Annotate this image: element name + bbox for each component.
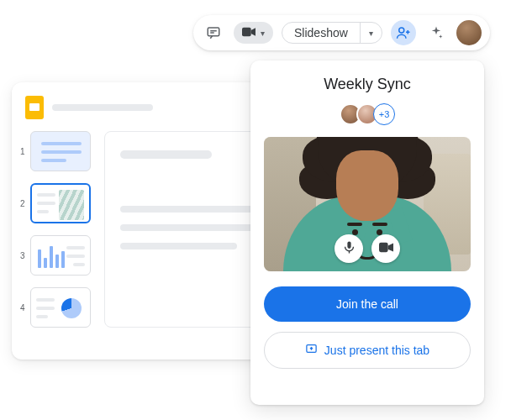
slide-thumbnail-row[interactable]: 3: [20, 235, 91, 276]
canvas-title-placeholder: [120, 150, 212, 159]
slide-thumbnail-4[interactable]: [30, 287, 91, 328]
svg-point-2: [399, 28, 404, 33]
camera-icon: [242, 25, 256, 40]
slide-thumbnail-1[interactable]: [30, 131, 91, 171]
slide-number: 4: [20, 303, 25, 312]
account-avatar[interactable]: [456, 20, 482, 45]
svg-rect-0: [208, 28, 219, 36]
slide-thumbnail-2[interactable]: [30, 183, 91, 223]
attendee-avatars: +3: [340, 103, 395, 125]
canvas-text-placeholder: [120, 243, 237, 249]
join-call-button[interactable]: Join the call: [264, 286, 471, 322]
meeting-title: Weekly Sync: [324, 76, 411, 93]
meet-camera-dropdown[interactable]: ▾: [234, 22, 273, 44]
present-this-tab-button[interactable]: Just present this tab: [264, 332, 471, 369]
comment-icon[interactable]: [202, 21, 225, 45]
slide-number: 3: [20, 251, 25, 260]
self-video-preview: [264, 137, 471, 271]
slide-thumbnail-3[interactable]: [30, 235, 91, 276]
attendee-overflow-count[interactable]: +3: [373, 103, 395, 125]
meet-side-panel: Weekly Sync +3: [250, 60, 484, 405]
microphone-icon: [342, 240, 356, 258]
slideshow-split-button: Slideshow ▾: [282, 22, 382, 44]
slide-thumbnail-row[interactable]: 1: [20, 131, 91, 171]
present-tab-icon: [305, 343, 318, 358]
chevron-down-icon: ▾: [261, 29, 265, 38]
svg-rect-4: [379, 242, 388, 251]
share-button[interactable]: [391, 20, 416, 45]
camera-icon: [379, 240, 393, 258]
slides-toolbar: ▾ Slideshow ▾: [193, 15, 490, 50]
slideshow-options-button[interactable]: ▾: [360, 23, 382, 43]
chevron-down-icon: ▾: [369, 29, 373, 38]
presentation-title-placeholder: [52, 104, 153, 111]
svg-rect-3: [347, 241, 350, 249]
svg-rect-1: [242, 28, 251, 37]
ai-sparkle-icon[interactable]: [424, 21, 448, 45]
slide-thumbnail-row[interactable]: 4: [20, 287, 91, 328]
slide-thumbnail-row[interactable]: 2: [20, 183, 91, 223]
present-this-tab-label: Just present this tab: [324, 344, 429, 357]
slide-thumbnail-list: 1 2 3: [20, 131, 91, 328]
slide-number: 2: [20, 199, 25, 208]
slideshow-button[interactable]: Slideshow: [282, 23, 360, 43]
slide-number: 1: [20, 147, 25, 156]
toggle-microphone-button[interactable]: [335, 234, 363, 263]
slides-logo-icon: [25, 96, 44, 119]
toggle-camera-button[interactable]: [371, 234, 400, 263]
